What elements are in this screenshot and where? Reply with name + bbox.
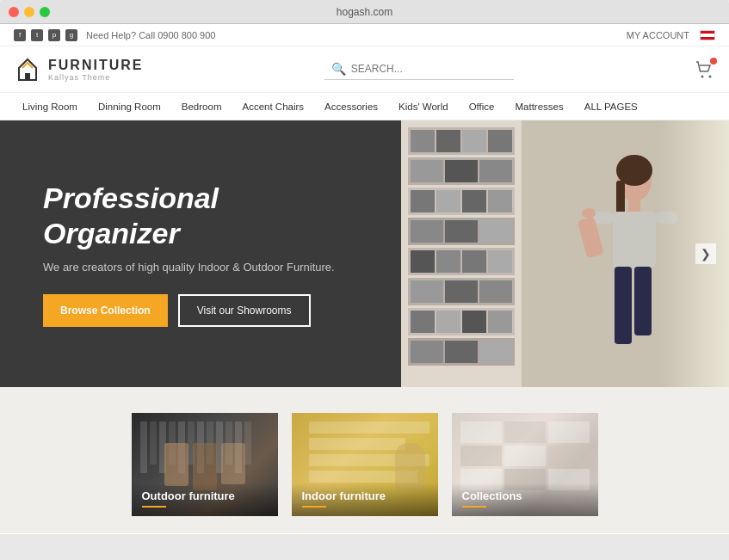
top-bar: f t p g Need Help? Call 0900 800 900 MY …: [0, 24, 729, 46]
collections-overlay: Collections: [452, 483, 598, 516]
collections-items: [460, 422, 590, 490]
nav-mattresses[interactable]: Mattresses: [506, 93, 571, 120]
svg-point-2: [701, 75, 704, 77]
search-bar[interactable]: 🔍: [324, 58, 514, 80]
nav-accessories[interactable]: Accessories: [316, 93, 386, 120]
browser-chrome: hogash.com: [0, 0, 729, 24]
svg-rect-13: [634, 267, 652, 335]
phone-text: Need Help? Call 0900 800 900: [86, 30, 215, 40]
maximize-dot[interactable]: [40, 7, 50, 17]
outdoor-line: [142, 506, 166, 508]
nav-dinning-room[interactable]: Dinning Room: [90, 93, 170, 120]
nav-accent-chairs[interactable]: Accent Chairs: [233, 93, 312, 120]
cart-area[interactable]: [695, 59, 715, 80]
cart-badge: [710, 58, 717, 65]
logo[interactable]: FURNITURE Kallyas Theme: [14, 56, 143, 83]
hero-subtitle: We are creators of high quality Indoor &…: [43, 261, 358, 274]
twitter-icon[interactable]: t: [31, 29, 43, 41]
category-indoor[interactable]: Indoor furniture: [292, 413, 438, 516]
categories-section: Outdoor furniture Indoor: [0, 387, 729, 533]
svg-rect-6: [616, 181, 625, 215]
browser-url: hogash.com: [337, 6, 392, 18]
category-outdoor[interactable]: Outdoor furniture: [132, 413, 278, 516]
top-bar-right: MY ACCOUNT: [627, 30, 715, 40]
outdoor-overlay: Outdoor furniture: [132, 483, 278, 516]
svg-rect-1: [25, 73, 30, 80]
header: FURNITURE Kallyas Theme 🔍: [0, 46, 729, 93]
svg-rect-8: [613, 212, 656, 268]
hero-buttons: Browse Collection Visit our Showrooms: [43, 294, 358, 327]
browser-titlebar: hogash.com: [0, 0, 729, 24]
logo-icon: [14, 56, 41, 83]
svg-rect-12: [615, 267, 632, 344]
main-nav: Living Room Dinning Room Bedroom Accent …: [0, 93, 729, 120]
category-collections[interactable]: Collections: [452, 413, 598, 516]
indoor-overlay: Indoor furniture: [292, 483, 438, 516]
close-dot[interactable]: [9, 7, 19, 17]
hero-content: Professional Organizer We are creators o…: [0, 120, 401, 387]
nav-living-room[interactable]: Living Room: [14, 93, 86, 120]
top-bar-left: f t p g Need Help? Call 0900 800 900: [14, 29, 215, 41]
indoor-line: [302, 506, 326, 508]
nav-kids-world[interactable]: Kids' World: [390, 93, 457, 120]
logo-subtitle: Kallyas Theme: [48, 73, 143, 82]
language-flag[interactable]: [700, 30, 715, 40]
bottom-teaser: Drive your own Design: [0, 533, 729, 534]
categories-grid: Outdoor furniture Indoor: [17, 413, 712, 516]
facebook-icon[interactable]: f: [14, 29, 26, 41]
minimize-dot[interactable]: [24, 7, 34, 17]
svg-point-14: [582, 208, 596, 218]
outdoor-label: Outdoor furniture: [142, 489, 268, 502]
hero-next-button[interactable]: ❯: [695, 243, 716, 264]
google-icon[interactable]: g: [65, 29, 77, 41]
collections-line: [462, 506, 486, 508]
website: f t p g Need Help? Call 0900 800 900 MY …: [0, 24, 729, 534]
svg-rect-7: [628, 200, 640, 212]
hero-image: ❯: [401, 120, 729, 387]
nav-bedroom[interactable]: Bedroom: [173, 93, 231, 120]
indoor-label: Indoor furniture: [302, 489, 428, 502]
search-input[interactable]: [351, 63, 506, 75]
pinterest-icon[interactable]: p: [48, 29, 60, 41]
collections-label: Collections: [462, 489, 588, 502]
search-icon: 🔍: [331, 62, 346, 76]
nav-office[interactable]: Office: [460, 93, 504, 120]
svg-point-3: [709, 75, 712, 77]
logo-text: FURNITURE Kallyas Theme: [48, 58, 143, 82]
hero-section: Professional Organizer We are creators o…: [0, 120, 729, 387]
logo-title: FURNITURE: [48, 58, 143, 73]
account-link[interactable]: MY ACCOUNT: [627, 30, 689, 40]
social-icons: f t p g: [14, 29, 77, 41]
nav-all-pages[interactable]: ALL PAGES: [576, 93, 646, 120]
browser-dots: [9, 7, 50, 17]
browse-collection-button[interactable]: Browse Collection: [43, 294, 168, 327]
visit-showrooms-button[interactable]: Visit our Showrooms: [178, 294, 311, 327]
hero-title: Professional Organizer: [43, 181, 358, 251]
